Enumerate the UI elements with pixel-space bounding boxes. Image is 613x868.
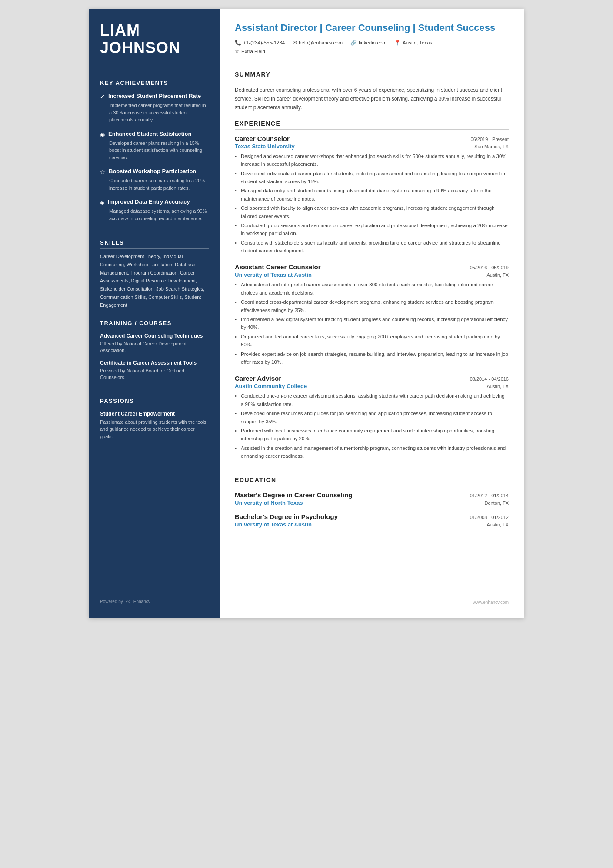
powered-by-label: Powered by [100,599,123,604]
job-title: Assistant Director | Career Counseling |… [235,22,509,34]
sidebar: LIAM JOHNSON KEY ACHIEVEMENTS ✔ Increase… [89,9,220,618]
education-list: Master's Degree in Career Counseling 01/… [235,491,509,535]
sidebar-footer: Powered by ∾ Enhancv [100,589,209,605]
star-icon: ☆ [100,169,105,175]
exp-role-1: Career Counselor [235,135,290,142]
training-desc-1: Offered by National Career Development A… [100,341,209,354]
skills-section-title: SKILLS [100,239,209,249]
bullet: Organized and led annual career fairs, s… [235,333,509,349]
bullet: Consulted with stakeholders such as facu… [235,239,509,255]
training-item-1: Advanced Career Counseling Techniques Of… [100,333,209,354]
passion-item-1: Student Career Empowerment Passionate ab… [100,411,209,440]
exp-item-2: Assistant Career Counselor 05/2016 - 05/… [235,263,509,366]
summary-title: SUMMARY [235,71,509,80]
footer-url: www.enhancv.com [473,600,509,605]
exp-bullets-2: Administered and interpreted career asse… [235,281,509,366]
main-footer: www.enhancv.com [235,591,509,605]
resume-container: LIAM JOHNSON KEY ACHIEVEMENTS ✔ Increase… [89,9,524,618]
edu-item-2: Bachelor's Degree in Psychology 01/2008 … [235,513,509,528]
location-contact: 📍 Austin, Texas [394,40,432,46]
circle-icon: ◉ [100,131,105,138]
achievement-item-1: ✔ Increased Student Placement Rate Imple… [100,93,209,124]
email-value: help@enhancv.com [299,40,343,45]
extra-field-value: Extra Field [241,49,265,54]
achievement-title-4: Improved Data Entry Accuracy [108,198,190,206]
achievement-item-3: ☆ Boosted Workshop Participation Conduct… [100,168,209,191]
star-contact-icon: ☆ [235,48,240,54]
education-title: EDUCATION [235,476,509,486]
candidate-name: LIAM JOHNSON [100,22,209,56]
extra-field-row: ☆ Extra Field [235,48,509,54]
edu-org-2: University of Texas at Austin [235,521,312,528]
bullet: Developed online resources and guides fo… [235,409,509,426]
exp-loc-3: Austin, TX [486,384,509,389]
achievement-desc-2: Developed career plans resulting in a 15… [109,140,209,161]
bullet: Conducted group sessions and seminars on… [235,221,509,238]
exp-org-2: University of Texas at Austin [235,271,312,278]
exp-org-3: Austin Community College [235,383,307,389]
checkmark-icon: ✔ [100,94,105,100]
website-contact: 🔗 linkedin.com [350,40,386,46]
bullet: Managed data entry and student records u… [235,187,509,203]
diamond-icon: ◈ [100,199,104,206]
achievement-item-2: ◉ Enhanced Student Satisfaction Develope… [100,131,209,161]
exp-bullets-3: Conducted one-on-one career advisement s… [235,392,509,460]
training-list: Advanced Career Counseling Techniques Of… [100,333,209,387]
exp-loc-2: Austin, TX [486,272,509,278]
achievement-title-1: Increased Student Placement Rate [108,93,201,100]
training-item-2: Certificate in Career Assessment Tools P… [100,360,209,381]
passions-section-title: PASSIONS [100,398,209,407]
achievement-item-4: ◈ Improved Data Entry Accuracy Managed d… [100,198,209,222]
exp-date-2: 05/2016 - 05/2019 [470,265,509,270]
website-value: linkedin.com [359,40,386,45]
email-contact: ✉ help@enhancv.com [293,40,343,46]
bullet: Designed and executed career workshops t… [235,152,509,168]
passion-title-1: Student Career Empowerment [100,411,209,417]
training-section-title: TRAINING / COURSES [100,320,209,329]
skills-text: Career Development Theory, Individual Co… [100,252,209,309]
training-title-2: Certificate in Career Assessment Tools [100,360,209,367]
bullet: Developed individualized career plans fo… [235,170,509,186]
exp-role-2: Assistant Career Counselor [235,263,321,271]
achievements-list: ✔ Increased Student Placement Rate Imple… [100,93,209,229]
exp-date-1: 06/2019 - Present [471,137,509,142]
achievement-title-3: Boosted Workshop Participation [109,168,196,175]
exp-item-1: Career Counselor 06/2019 - Present Texas… [235,135,509,255]
bullet: Implemented a new digital system for tra… [235,315,509,332]
training-title-1: Advanced Career Counseling Techniques [100,333,209,340]
bullet: Partnered with local businesses to enhan… [235,427,509,443]
bullet: Assisted in the creation and management … [235,444,509,460]
location-value: Austin, Texas [403,40,432,45]
achievement-desc-1: Implemented career programs that resulte… [109,102,209,124]
edu-loc-2: Austin, TX [486,522,509,527]
achievement-desc-3: Conducted career seminars leading to a 2… [109,177,209,191]
main-content: Assistant Director | Career Counseling |… [220,9,524,618]
summary-text: Dedicated career counseling professional… [235,86,509,112]
location-icon: 📍 [394,40,401,46]
phone-contact: 📞 +1-(234)-555-1234 [235,40,285,46]
bullet: Conducted one-on-one career advisement s… [235,392,509,408]
edu-item-1: Master's Degree in Career Counseling 01/… [235,491,509,506]
achievements-section-title: KEY ACHIEVEMENTS [100,80,209,89]
exp-role-3: Career Advisor [235,375,281,382]
edu-date-2: 01/2008 - 01/2012 [470,515,509,520]
bullet: Provided expert advice on job search str… [235,350,509,366]
exp-loc-1: San Marcos, TX [474,144,509,149]
experience-title: EXPERIENCE [235,120,509,130]
achievement-title-2: Enhanced Student Satisfaction [108,131,191,138]
email-icon: ✉ [293,40,297,46]
brand-name: Enhancv [133,599,150,604]
exp-item-3: Career Advisor 08/2014 - 04/2016 Austin … [235,375,509,460]
exp-date-3: 08/2014 - 04/2016 [470,376,509,382]
contact-row: 📞 +1-(234)-555-1234 ✉ help@enhancv.com 🔗… [235,40,509,46]
exp-org-1: Texas State University [235,143,295,150]
training-desc-2: Provided by National Board for Certified… [100,368,209,381]
enhancv-logo-symbol: ∾ [126,598,131,605]
edu-date-1: 01/2012 - 01/2014 [470,493,509,498]
achievement-desc-4: Managed database systems, achieving a 99… [109,208,209,222]
bullet: Administered and interpreted career asse… [235,281,509,297]
link-icon: 🔗 [350,40,357,46]
bullet: Collaborated with faculty to align caree… [235,204,509,220]
edu-loc-1: Denton, TX [485,500,509,506]
bullet: Coordinated cross-departmental career de… [235,298,509,314]
